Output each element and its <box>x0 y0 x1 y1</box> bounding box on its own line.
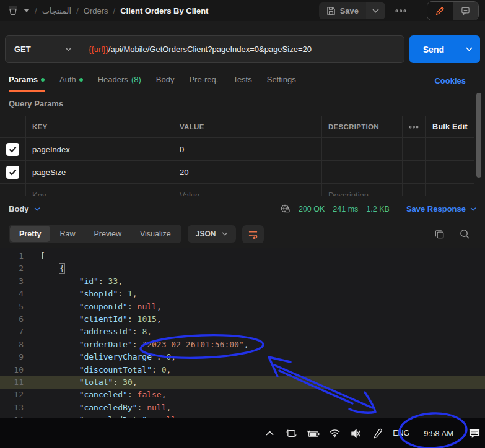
tab-auth[interactable]: Auth <box>59 75 83 92</box>
send-button[interactable]: Send <box>409 35 458 63</box>
save-button-group: Save <box>319 2 385 19</box>
windows-taskbar: ENG 9:58 AM <box>0 418 485 448</box>
meta-divider <box>398 204 398 215</box>
param-description[interactable] <box>322 161 403 183</box>
url-path: /api/Mobile/GetOrdersClient?pageIndex=0&… <box>108 45 312 54</box>
code-line: 2 { <box>0 262 485 275</box>
query-params-table: KEY VALUE DESCRIPTION Bulk Edit pageInde… <box>0 116 474 196</box>
breadcrumb-separator: / <box>35 6 37 15</box>
code-line: 13 "canceledBy": null, <box>0 402 485 414</box>
clock[interactable]: 9:58 AM <box>417 429 460 438</box>
language-indicator[interactable]: ENG <box>393 429 409 437</box>
battery-icon[interactable] <box>306 429 320 437</box>
wrap-text-button[interactable] <box>242 225 264 243</box>
params-dot <box>41 78 45 82</box>
view-tab-raw[interactable]: Raw <box>50 226 84 242</box>
query-params-title: Query Params <box>9 99 63 108</box>
breadcrumb-request[interactable]: Client Orders By Client <box>120 6 208 15</box>
response-header: Body 200 OK 241 ms 1.2 KB Save Response <box>0 197 485 220</box>
response-time[interactable]: 241 ms <box>333 205 358 213</box>
search-icon <box>460 229 470 239</box>
send-button-group: Send <box>409 35 480 63</box>
bulk-edit-button[interactable]: Bulk Edit <box>426 116 474 137</box>
status-badge[interactable]: 200 OK <box>299 205 325 213</box>
comment-mode-button[interactable] <box>453 2 478 20</box>
url-input[interactable]: {{url}}/api/Mobile/GetOrdersClient?pageI… <box>81 36 319 62</box>
table-header-row: KEY VALUE DESCRIPTION Bulk Edit <box>0 116 474 137</box>
col-description: DESCRIPTION <box>322 116 403 137</box>
col-key: KEY <box>26 116 173 137</box>
format-select[interactable]: JSON <box>188 225 237 243</box>
volume-icon[interactable] <box>349 429 363 438</box>
wrap-text-icon <box>248 230 258 239</box>
toolbar-divider <box>419 4 419 17</box>
request-builder: GET {{url}}/api/Mobile/GetOrdersClient?p… <box>5 35 480 63</box>
copy-button[interactable] <box>434 229 445 239</box>
param-value-placeholder[interactable]: Value <box>173 184 322 196</box>
code-line: 9 "deliveryCharge": 0, <box>0 351 485 363</box>
save-response-button[interactable]: Save Response <box>406 204 476 213</box>
code-line: 3 "id": 33, <box>0 275 485 288</box>
save-button[interactable]: Save <box>319 2 366 19</box>
tab-headers[interactable]: Headers(8) <box>98 75 141 92</box>
param-value[interactable]: 0 <box>173 138 322 160</box>
wifi-icon[interactable] <box>328 429 341 438</box>
postman-window: / المنتجات / Orders / Client Orders By C… <box>0 0 485 448</box>
breadcrumb-separator: / <box>76 6 79 15</box>
params-more-button[interactable] <box>403 116 426 137</box>
param-description-placeholder[interactable]: Description <box>322 184 403 196</box>
mode-toggle <box>427 1 479 20</box>
action-center-icon[interactable] <box>468 428 481 439</box>
view-tab-pretty[interactable]: Pretty <box>10 226 50 242</box>
view-tab-preview[interactable]: Preview <box>84 226 130 242</box>
pen-icon[interactable] <box>371 428 385 439</box>
tablet-mode-icon[interactable] <box>284 428 298 439</box>
scrollbar[interactable] <box>476 93 481 178</box>
view-tab-visualize[interactable]: Visualize <box>131 226 180 242</box>
row-checkbox[interactable] <box>6 166 19 179</box>
top-bar: / المنتجات / Orders / Client Orders By C… <box>0 0 485 21</box>
more-actions-button[interactable] <box>390 7 411 15</box>
param-value[interactable]: 20 <box>173 161 322 183</box>
auth-dot <box>79 78 83 82</box>
chevron-down-icon <box>470 207 476 211</box>
breadcrumb-separator: / <box>113 6 116 15</box>
cookies-link[interactable]: Cookies <box>434 76 466 92</box>
tab-body[interactable]: Body <box>156 75 175 92</box>
search-button[interactable] <box>460 229 470 239</box>
code-line: 4 "shopId": 1, <box>0 288 485 300</box>
send-options-chevron[interactable] <box>458 35 480 63</box>
param-key-placeholder[interactable]: Key <box>26 184 173 196</box>
method-select[interactable]: GET <box>6 36 81 62</box>
param-key[interactable]: pageIndex <box>26 138 173 160</box>
collection-chevron-icon[interactable] <box>24 9 30 12</box>
breadcrumb-collection[interactable]: المنتجات <box>42 6 72 15</box>
copy-icon <box>434 229 445 239</box>
tray-expand-chevron-icon[interactable] <box>263 431 276 436</box>
param-key[interactable]: pageSize <box>26 161 173 183</box>
response-size[interactable]: 1.2 KB <box>366 205 390 213</box>
tab-tests[interactable]: Tests <box>233 75 251 92</box>
edit-mode-button[interactable] <box>427 2 453 20</box>
code-lines: 1[2 {3 "id": 33,4 "shopId": 1,5 "couponI… <box>0 250 485 426</box>
tab-params[interactable]: Params <box>9 75 45 92</box>
code-line: 12 "canceled": false, <box>0 389 485 401</box>
breadcrumb-folder[interactable]: Orders <box>84 6 108 15</box>
table-row: pageSize 20 <box>0 160 474 183</box>
code-line: 5 "couponId": null, <box>0 301 485 313</box>
pencil-icon <box>435 6 445 15</box>
tab-settings[interactable]: Settings <box>267 75 296 92</box>
param-description[interactable] <box>322 138 403 160</box>
network-lock-icon[interactable] <box>280 204 291 214</box>
url-variable: {{url}} <box>89 45 108 54</box>
code-line: 8 "orderDate": "2023-02-26T01:56:00", <box>0 338 485 351</box>
row-checkbox[interactable] <box>6 143 19 156</box>
collection-icon[interactable] <box>6 5 20 16</box>
chevron-down-icon <box>34 207 40 211</box>
code-line: 10 "discountTotal": 0, <box>0 364 485 376</box>
table-row-placeholder: Key Value Description <box>0 183 474 196</box>
save-options-chevron[interactable] <box>366 2 385 19</box>
tab-prereq[interactable]: Pre-req. <box>189 75 218 92</box>
response-body-dropdown[interactable]: Body <box>9 204 40 213</box>
url-container: GET {{url}}/api/Mobile/GetOrdersClient?p… <box>5 35 404 63</box>
